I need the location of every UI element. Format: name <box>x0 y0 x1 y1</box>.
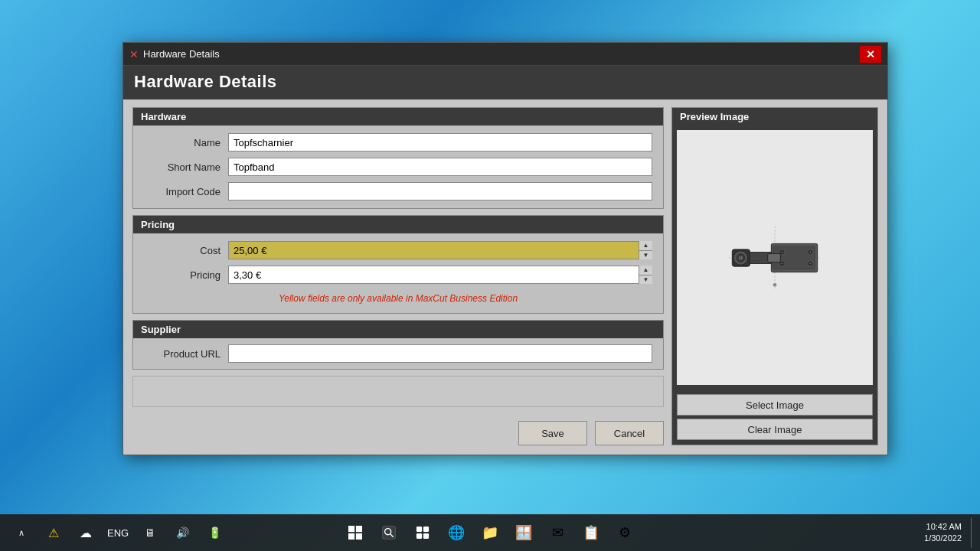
taskbar-right: 10:42 AM 1/30/2022 <box>920 517 974 548</box>
pricing-spinner-wrapper: ▲ ▼ <box>228 266 652 284</box>
svg-point-32 <box>773 282 777 286</box>
pricing-section-header: Pricing <box>133 216 663 233</box>
svg-rect-33 <box>348 526 354 532</box>
product-url-label: Product URL <box>144 348 228 360</box>
cost-row: Cost ▲ ▼ <box>144 241 652 259</box>
svg-rect-37 <box>382 526 395 539</box>
name-row: Name <box>144 133 652 152</box>
content-area: Hardware Name Short Name Import Code <box>132 107 878 445</box>
spacer <box>132 376 664 407</box>
close-button[interactable]: ✕ <box>860 46 881 63</box>
hardware-section: Hardware Name Short Name Import Code <box>132 107 664 209</box>
search-button[interactable] <box>374 517 404 548</box>
taskbar-left: ∧ ⚠ ☁ ENG 🖥 🔊 🔋 <box>6 517 230 548</box>
store-button[interactable]: 🪟 <box>508 517 539 548</box>
titlebar-title: Hardware Details <box>143 48 220 60</box>
start-button[interactable] <box>340 517 371 548</box>
supplier-section: Supplier Product URL <box>132 320 664 370</box>
pricing-section-body: Cost ▲ ▼ Pricing <box>133 233 663 313</box>
cancel-button[interactable]: Cancel <box>595 421 664 445</box>
mail-button[interactable]: ✉ <box>542 517 573 548</box>
titlebar-left: ✕ Hardware Details <box>129 48 220 60</box>
monitor-icon[interactable]: 🖥 <box>135 517 165 548</box>
warning-text: Yellow fields are only available in MaxC… <box>144 290 652 305</box>
window-icon: ✕ <box>129 48 139 60</box>
window-body: Hardware Details Hardware Name Short Nam… <box>123 66 887 455</box>
pricing-section: Pricing Cost ▲ ▼ <box>132 215 664 314</box>
hardware-section-body: Name Short Name Import Code <box>133 126 663 208</box>
cloud-icon[interactable]: ☁ <box>70 517 101 548</box>
supplier-section-header: Supplier <box>133 321 663 338</box>
pricing-label: Pricing <box>144 269 228 281</box>
clear-image-button[interactable]: Clear Image <box>677 419 873 440</box>
pricing-decrement-button[interactable]: ▼ <box>639 276 652 285</box>
pricing-input[interactable] <box>228 266 652 284</box>
short-name-row: Short Name <box>144 158 652 176</box>
warning-icon[interactable]: ⚠ <box>38 517 69 548</box>
import-code-input[interactable] <box>228 182 652 201</box>
short-name-input[interactable] <box>228 158 652 176</box>
page-title: Hardware Details <box>123 66 887 99</box>
lang-indicator: ENG <box>103 527 133 539</box>
hinge-image <box>725 220 825 296</box>
product-url-input[interactable] <box>228 344 652 363</box>
cost-increment-button[interactable]: ▲ <box>639 241 652 251</box>
folder-button[interactable]: 📁 <box>475 517 505 548</box>
import-code-row: Import Code <box>144 182 652 201</box>
clock[interactable]: 10:42 AM 1/30/2022 <box>920 521 966 545</box>
cost-input[interactable] <box>228 241 652 259</box>
taskbar: ∧ ⚠ ☁ ENG 🖥 🔊 🔋 <box>0 514 980 551</box>
pricing-row: Pricing ▲ ▼ <box>144 266 652 284</box>
svg-rect-31 <box>768 253 781 262</box>
preview-header: Preview Image <box>672 108 877 126</box>
taskview-button[interactable] <box>407 517 438 548</box>
clock-date: 1/30/2022 <box>924 533 962 544</box>
show-desktop-button[interactable] <box>971 517 974 548</box>
system-tray-chevron[interactable]: ∧ <box>6 517 37 548</box>
cost-spinner-wrapper: ▲ ▼ <box>228 241 652 259</box>
pricing-increment-button[interactable]: ▲ <box>639 266 652 276</box>
svg-rect-35 <box>348 533 354 540</box>
taskbar-center: 🌐 📁 🪟 ✉ 📋 ⚙ <box>340 517 640 548</box>
right-panel: Preview Image <box>671 107 878 445</box>
cost-label: Cost <box>144 245 228 256</box>
clock-time: 10:42 AM <box>924 521 962 533</box>
bottom-buttons: Save Cancel <box>132 413 664 445</box>
name-input[interactable] <box>228 133 652 152</box>
select-image-button[interactable]: Select Image <box>677 394 873 416</box>
pricing-spinner-buttons: ▲ ▼ <box>639 266 652 284</box>
volume-icon[interactable]: 🔊 <box>167 517 198 548</box>
cost-decrement-button[interactable]: ▼ <box>639 251 652 260</box>
svg-rect-43 <box>423 533 429 539</box>
product-url-row: Product URL <box>144 344 652 363</box>
save-button[interactable]: Save <box>518 421 587 445</box>
svg-rect-42 <box>416 533 422 539</box>
left-panel: Hardware Name Short Name Import Code <box>132 107 664 445</box>
hardware-details-window: ✕ Hardware Details ✕ Hardware Details Ha… <box>122 42 888 455</box>
svg-rect-36 <box>356 533 362 540</box>
supplier-section-body: Product URL <box>133 338 663 369</box>
short-name-label: Short Name <box>144 161 228 173</box>
edge-button[interactable]: 🌐 <box>441 517 472 548</box>
titlebar: ✕ Hardware Details ✕ <box>123 43 887 66</box>
name-label: Name <box>144 137 228 148</box>
svg-rect-40 <box>416 527 422 532</box>
svg-rect-34 <box>356 526 362 532</box>
svg-rect-41 <box>423 527 429 532</box>
preview-buttons: Select Image Clear Image <box>672 390 877 445</box>
preview-image-container <box>677 130 873 385</box>
battery-icon[interactable]: 🔋 <box>199 517 230 548</box>
cost-spinner-buttons: ▲ ▼ <box>639 241 652 259</box>
settings-button[interactable]: ⚙ <box>609 517 640 548</box>
import-code-label: Import Code <box>144 186 228 197</box>
app1-button[interactable]: 📋 <box>576 517 606 548</box>
hardware-section-header: Hardware <box>133 108 663 126</box>
preview-section: Preview Image <box>671 107 878 445</box>
